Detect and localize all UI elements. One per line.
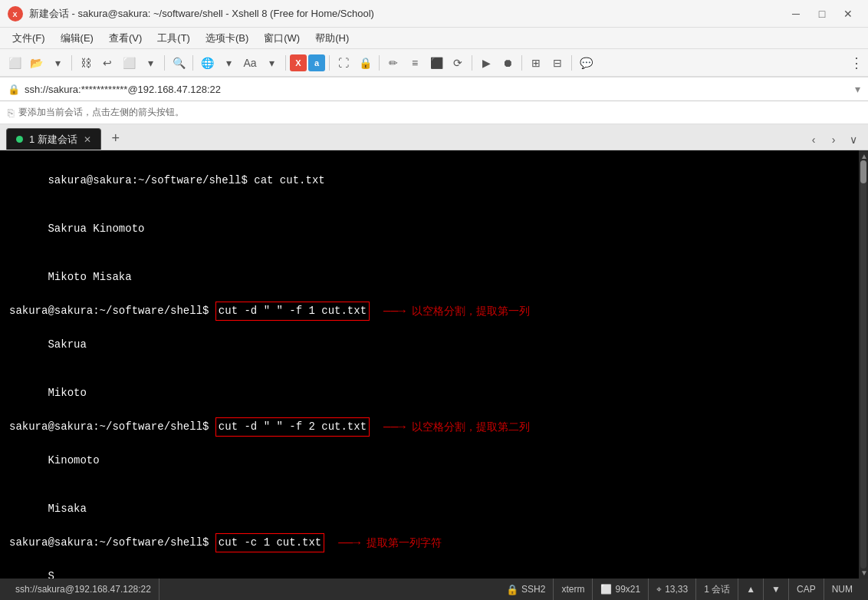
globe-btn2[interactable]: ▾ xyxy=(219,53,238,73)
close-button[interactable]: ✕ xyxy=(836,3,860,25)
status-ssh2: SSH2 xyxy=(521,584,545,595)
window-title: 新建会话 - sakura@sakura: ~/software/shell -… xyxy=(29,7,784,21)
menu-edit[interactable]: 编辑(E) xyxy=(54,29,100,48)
add-tab-btn[interactable]: + xyxy=(106,128,126,148)
status-nav-up[interactable]: ▲ xyxy=(738,579,764,600)
sep7 xyxy=(472,55,472,71)
toolbar-btn-3[interactable]: ▾ xyxy=(48,53,67,73)
tab-label: 1 新建会话 xyxy=(29,133,77,147)
tab-prev-btn[interactable]: ‹ xyxy=(805,131,822,148)
status-lock-icon: 🔒 xyxy=(506,584,518,595)
status-cap-text: CAP xyxy=(797,584,816,595)
compose-btn[interactable]: ✏ xyxy=(383,53,403,73)
layout-btn[interactable]: ⊞ xyxy=(526,53,546,73)
terminal-container: sakura@sakura:~/software/shell$ cat cut.… xyxy=(0,150,868,579)
prompt-2: sakura@sakura:~/software/shell$ xyxy=(9,303,215,319)
menu-tab[interactable]: 选项卡(B) xyxy=(199,29,255,48)
xshell-icon: X xyxy=(290,54,307,71)
prompt-3: sakura@sakura:~/software/shell$ xyxy=(9,419,215,435)
globe-btn[interactable]: 🌐 xyxy=(197,53,217,73)
fullscreen-btn[interactable]: ⛶ xyxy=(334,53,353,73)
term-line-2: Sakrua Kinomoto xyxy=(9,205,850,253)
sep9 xyxy=(571,55,572,71)
toolbar: ⬜ 📂 ▾ ⛓ ↩ ⬜ ▾ 🔍 🌐 ▾ Aa ▾ X a ⛶ 🔒 ✏ ≡ ⬛ ⟳… xyxy=(0,49,868,77)
cmd-box-2: cut -d " " -f 2 cut.txt xyxy=(215,417,370,437)
terminal[interactable]: sakura@sakura:~/software/shell$ cat cut.… xyxy=(0,150,859,579)
term-line-5: Sakrua xyxy=(9,321,850,369)
window-controls: ─ □ ✕ xyxy=(784,3,860,25)
app-icon: X xyxy=(8,6,23,21)
search-btn[interactable]: 🔍 xyxy=(169,53,189,73)
copy-btn[interactable]: ⛓ xyxy=(76,53,96,73)
restore-button[interactable]: □ xyxy=(810,3,834,25)
menu-window[interactable]: 窗口(W) xyxy=(258,29,306,48)
menu-view[interactable]: 查看(V) xyxy=(103,29,148,48)
output-1: Sakrua Kinomoto xyxy=(48,223,144,235)
status-nav-down[interactable]: ▼ xyxy=(764,579,789,600)
term-line-3: Mikoto Misaka xyxy=(9,253,850,302)
scroll-down-arrow[interactable]: ▼ xyxy=(860,569,866,577)
minimize-button[interactable]: ─ xyxy=(784,3,808,25)
toolbar-more[interactable]: ⋮ xyxy=(850,54,863,71)
tab-status-dot xyxy=(16,136,23,143)
tab-list-btn[interactable]: ∨ xyxy=(845,131,862,148)
sep3 xyxy=(192,55,193,71)
tab-session1[interactable]: 1 新建会话 ✕ xyxy=(6,128,101,150)
new-session-btn[interactable]: ⬜ xyxy=(5,53,25,73)
font-btn2[interactable]: ▾ xyxy=(261,53,281,73)
info-icon: ⎘ xyxy=(8,107,14,119)
rec-btn[interactable]: ⏺ xyxy=(498,53,518,73)
layout2-btn[interactable]: ⊟ xyxy=(547,53,567,73)
menu-help[interactable]: 帮助(H) xyxy=(309,29,355,48)
term-line-7: sakura@sakura:~/software/shell$ cut -d "… xyxy=(9,417,850,437)
green-btn[interactable]: ▶ xyxy=(476,53,496,73)
term-line-11: S xyxy=(9,552,850,579)
term-line-10: sakura@sakura:~/software/shell$ cut -c 1… xyxy=(9,533,850,552)
font-btn[interactable]: Aa xyxy=(240,53,260,73)
sep6 xyxy=(379,55,380,71)
transfer-btn[interactable]: ⬛ xyxy=(426,53,446,73)
annotation-2: 以空格分割，提取第二列 xyxy=(412,419,530,435)
menu-tools[interactable]: 工具(T) xyxy=(151,29,196,48)
status-sessions: 1 会话 xyxy=(696,579,738,600)
info-text: 要添加当前会话，点击左侧的箭头按钮。 xyxy=(18,106,184,119)
prompt-4: sakura@sakura:~/software/shell$ xyxy=(9,535,215,551)
annotation-3: 提取第一列字符 xyxy=(367,535,442,551)
toolbar-btn-7[interactable]: ▾ xyxy=(140,53,160,73)
info-bar: ⎘ 要添加当前会话，点击左侧的箭头按钮。 xyxy=(0,101,868,124)
chat-btn[interactable]: 💬 xyxy=(576,53,596,73)
status-ssh-address: ssh://sakura@192.168.47.128:22 xyxy=(8,579,159,600)
tab-next-btn[interactable]: › xyxy=(825,131,842,148)
status-ssh-text: ssh://sakura@192.168.47.128:22 xyxy=(15,584,151,595)
status-xterm: xterm xyxy=(561,584,584,595)
script-btn[interactable]: ≡ xyxy=(405,53,425,73)
term-line-6: Mikoto xyxy=(9,369,850,417)
paste-btn[interactable]: ↩ xyxy=(97,53,117,73)
toolbar-btn-6[interactable]: ⬜ xyxy=(119,53,139,73)
scrollbar-track[interactable] xyxy=(860,160,866,569)
scroll-up-arrow[interactable]: ▲ xyxy=(860,152,866,160)
tab-navigation: ‹ › ∨ xyxy=(805,131,862,148)
address-dropdown[interactable]: ▾ xyxy=(855,83,860,95)
address-text: ssh://sakura:************@192.168.47.128… xyxy=(25,84,855,95)
scrollbar-thumb[interactable] xyxy=(860,160,866,183)
sync-btn[interactable]: ⟳ xyxy=(448,53,468,73)
status-pos-text: 13,33 xyxy=(665,584,688,595)
term-line-9: Misaka xyxy=(9,485,850,533)
lock-btn[interactable]: 🔒 xyxy=(355,53,375,73)
menu-file[interactable]: 文件(F) xyxy=(6,29,51,48)
status-pos-icon: ⌖ xyxy=(656,584,662,595)
status-protocol: 🔒 SSH2 xyxy=(498,579,554,600)
status-num-text: NUM xyxy=(832,584,853,595)
tab-bar: 1 新建会话 ✕ + ‹ › ∨ xyxy=(0,124,868,150)
tab-close-btn[interactable]: ✕ xyxy=(84,134,91,145)
open-btn[interactable]: 📂 xyxy=(26,53,46,73)
term-line-8: Kinomoto xyxy=(9,437,850,485)
arrow-1: ——→ xyxy=(383,302,406,321)
status-dimensions: 99x21 xyxy=(615,584,640,595)
sep4 xyxy=(285,55,286,71)
status-terminal: xterm xyxy=(554,579,593,600)
scrollbar[interactable]: ▲ ▼ xyxy=(859,150,868,579)
term-line-1: sakura@sakura:~/software/shell$ cat cut.… xyxy=(9,157,850,205)
prompt-1: sakura@sakura:~/software/shell$ cat cut.… xyxy=(48,174,324,186)
